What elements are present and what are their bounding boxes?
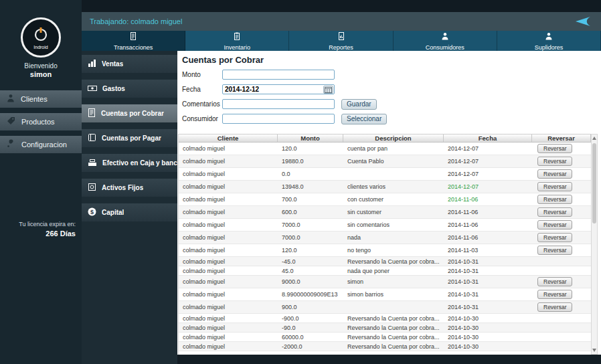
fecha-input[interactable] [223,86,323,93]
cell-monto: 19880.0 [278,158,343,165]
cell-monto: 120.0 [278,247,343,254]
sidebar-item-clientes[interactable]: Clientes [0,90,82,108]
tab-reportes[interactable]: Reportes [289,31,393,51]
seleccionar-button[interactable]: Seleccionar [341,114,387,124]
cell-monto: 700.0 [278,196,343,203]
tab-inventario[interactable]: Inventario [185,31,289,51]
logo-icon [33,26,49,45]
cell-fecha: 2014-10-31 [444,268,532,274]
column-header-reversar[interactable]: Reversar [532,134,591,142]
reversar-button[interactable]: Reversar [537,157,572,166]
current-user: simon [0,70,82,78]
reversar-button[interactable]: Reversar [537,144,572,153]
scrollbar-thumb[interactable] [592,143,596,223]
submenu-label: Ventas [102,60,123,68]
table-row[interactable]: colmado miguel 60000.0 Reversando la Cue… [179,333,591,342]
reversar-button[interactable]: Reversar [537,233,572,242]
submenu-activos-fijos[interactable]: Activos Fijos [82,179,177,197]
table-scrollbar[interactable] [591,134,598,355]
monto-row: Monto [182,69,601,80]
table-row[interactable]: colmado miguel 700.0 con customer 2014-1… [179,193,591,206]
tab-transacciones[interactable]: Transacciones [82,31,185,51]
consumidor-label: Consumidor [182,115,222,122]
submenu-gastos[interactable]: Gastos [82,80,177,98]
submenu-label: Efectivo en Caja y banco [102,159,177,167]
reversar-button[interactable]: Reversar [537,302,572,312]
table-row[interactable]: colmado miguel -2000.0 Reversando la Cue… [179,342,591,351]
tab-consumidores[interactable]: Consumidores [394,31,497,51]
reversar-button[interactable]: Reversar [537,169,572,179]
column-header-descripcion[interactable]: Descripcion [343,134,444,142]
table-row[interactable]: colmado miguel 7000.0 sin comentarios 20… [179,219,591,232]
sales-icon [88,58,96,70]
table-row[interactable]: colmado miguel 120.0 no tengo 2014-11-03… [179,244,591,257]
table-row[interactable]: colmado miguel 0.0 2014-12-07 Reversar [179,168,591,181]
cell-descripcion: clientes varios [343,183,444,190]
submenu-capital[interactable]: $ Capital [82,203,177,221]
capital-coin-icon: $ [88,207,96,219]
cell-monto: 13948.0 [278,183,343,190]
reversar-button[interactable]: Reversar [537,290,572,299]
table-row[interactable]: colmado miguel 120.0 cuenta por pan 2014… [179,143,591,155]
submenu-cuentas-por-pagar[interactable]: Cuentas por Pagar [82,129,177,147]
cell-fecha: 2014-10-30 [444,334,532,341]
consumidor-input[interactable] [222,114,335,124]
comentarios-input[interactable] [222,99,335,109]
tab-label: Suplidores [535,44,564,51]
scroll-up-icon[interactable] [592,136,596,140]
cell-reversar: Reversar [532,244,591,256]
table-row[interactable]: colmado miguel -90.0 Reversando la Cuent… [179,323,591,333]
clients-icon [7,93,15,105]
guardar-button[interactable]: Guardar [341,99,377,110]
reversar-button[interactable]: Reversar [537,195,572,204]
cell-monto: 7000.0 [278,221,343,228]
sidebar-menu: Clientes Productos Configuracion [0,90,82,153]
submenu-label: Capital [102,209,124,216]
scroll-down-icon[interactable] [592,349,596,352]
reversar-button[interactable]: Reversar [537,182,572,191]
tab-suplidores[interactable]: Suplidores [497,31,601,51]
transactions-submenu: Ventas Gastos Cuentas por Cobrar Cuentas… [82,51,177,364]
submenu-ventas[interactable]: Ventas [82,55,177,73]
monto-input[interactable] [222,70,335,80]
table-row[interactable]: colmado miguel 600.0 sin customer 2014-1… [179,206,591,219]
submenu-efectivo[interactable]: Efectivo en Caja y banco [82,154,177,172]
table-row[interactable]: colmado miguel 13948.0 clientes varios 2… [179,181,591,193]
table-row[interactable]: colmado miguel 19880.0 Cuenta Pablo 2014… [179,155,591,168]
table-row[interactable]: colmado miguel 900.0 2014-10-31 Reversar [179,301,591,314]
cell-descripcion: sin customer [343,209,444,215]
calendar-icon[interactable] [323,86,333,94]
table-row[interactable]: colmado miguel -900.0 Reversando la Cuen… [179,314,591,323]
sidebar-item-label: Configuracion [21,141,67,149]
cell-fecha: 2014-12-07 [444,183,532,190]
cell-cliente: colmado miguel [179,234,278,241]
table-row[interactable]: colmado miguel 7000.0 nada 2014-11-06 Re… [179,232,591,244]
table-header: Cliente Monto Descripcion Fecha Reversar [179,134,591,143]
column-header-fecha[interactable]: Fecha [444,134,532,142]
sidebar-item-productos[interactable]: Productos [0,113,82,130]
table-row[interactable]: colmado miguel -45.0 Reversando la Cuent… [179,257,591,266]
reversar-button[interactable]: Reversar [537,207,572,217]
app-logo: Indroid [21,17,61,58]
back-arrow-icon[interactable] [572,15,592,28]
column-header-cliente[interactable]: Cliente [179,134,278,142]
submenu-label: Activos Fijos [102,184,143,191]
consumidor-row: Consumidor Seleccionar [182,113,601,124]
cell-fecha: 2014-11-03 [444,247,532,254]
sidebar-item-configuracion[interactable]: Configuracion [0,136,82,153]
reversar-button[interactable]: Reversar [537,220,572,230]
table-row[interactable]: colmado miguel 9000.0 simon 2014-10-31 R… [179,276,591,288]
table-row[interactable]: colmado miguel 45.0 nada que poner 2014-… [179,266,591,276]
fecha-label: Fecha [182,86,222,93]
table-row[interactable]: colmado miguel 8.990000009009E13 simon b… [179,288,591,301]
column-header-monto[interactable]: Monto [278,134,343,142]
cell-cliente: colmado miguel [179,196,278,203]
cell-monto: -900.0 [278,315,343,322]
reversar-button[interactable]: Reversar [537,277,572,286]
cell-descripcion: Reversando la Cuenta por cobra... [343,315,444,322]
cell-cliente: colmado miguel [179,343,278,350]
reversar-button[interactable]: Reversar [537,246,572,255]
submenu-cuentas-por-cobrar[interactable]: Cuentas por Cobrar [82,104,177,122]
cell-reversar: Reversar [532,181,591,193]
cell-cliente: colmado miguel [179,221,278,228]
